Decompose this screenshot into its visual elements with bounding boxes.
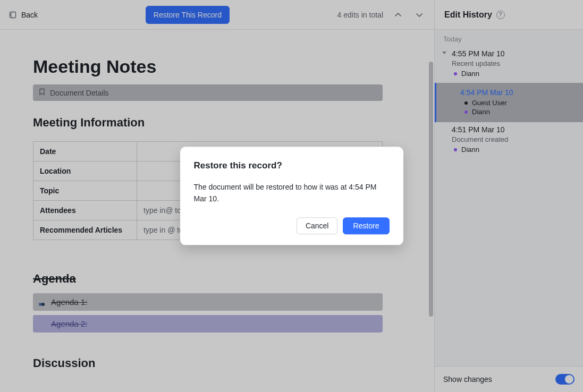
restore-modal: Restore this record? The document will b… xyxy=(180,147,403,245)
cancel-button[interactable]: Cancel xyxy=(297,218,338,235)
restore-button[interactable]: Restore xyxy=(343,218,389,235)
modal-title: Restore this record? xyxy=(194,160,390,171)
modal-actions: Cancel Restore xyxy=(194,218,390,235)
modal-body: The document will be restored to how it … xyxy=(194,182,390,204)
